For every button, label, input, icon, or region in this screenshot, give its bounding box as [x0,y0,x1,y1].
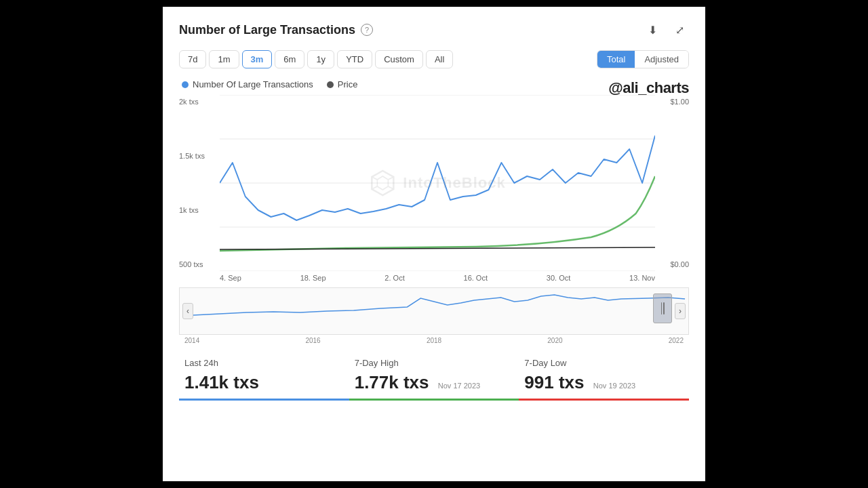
legend-item-transactions: Number Of Large Transactions [182,79,313,89]
download-button[interactable]: ⬇ [643,20,662,39]
time-btn-ytd[interactable]: YTD [337,50,372,68]
y-label-500: 500 txs [179,260,220,268]
x-axis: 4. Sep 18. Sep 2. Oct 16. Oct 30. Oct 13… [220,274,655,282]
y-axis-right: $1.00 $0.00 [655,95,689,271]
stat-7day-high-number: 1.77k txs [355,372,429,392]
mini-x-2014: 2014 [184,337,199,344]
x-label-4sep: 4. Sep [220,274,241,282]
stat-last24h: Last 24h 1.41k txs [179,358,349,401]
x-label-16oct: 16. Oct [464,274,488,282]
stat-7day-high-date: Nov 17 2023 [438,382,480,390]
y-label-2k: 2k txs [179,98,220,106]
range-handle[interactable] [653,293,672,323]
stat-7day-low-label: 7-Day Low [524,358,684,368]
y-label-1-5k: 1.5k txs [179,152,220,160]
y-label-1k: 1k txs [179,206,220,214]
mini-chart-svg [180,288,688,323]
mini-prev-btn[interactable]: ‹ [182,303,193,319]
stat-7day-high: 7-Day High 1.77k txs Nov 17 2023 [349,358,519,401]
chart-container: @ali_charts Number Of Large Transactions… [179,79,689,282]
legend-label-transactions: Number Of Large Transactions [193,79,313,89]
stat-7day-low-value: 991 txs Nov 19 2023 [524,372,684,393]
title-area: Number of Large Transactions ? [179,23,373,37]
time-btn-1y[interactable]: 1y [307,50,334,68]
stat-7day-high-label: 7-Day High [355,358,514,368]
stat-7day-low-date: Nov 19 2023 [593,382,635,390]
handle-line-1 [661,302,663,314]
header: Number of Large Transactions ? ⬇ ⤢ [179,20,689,39]
main-chart-svg [220,95,655,271]
legend-dot-price [327,81,334,88]
main-chart: 2k txs 1.5k txs 1k txs 500 txs $1.00 $0.… [179,95,689,271]
mini-x-2020: 2020 [547,337,562,344]
header-actions: ⬇ ⤢ [643,20,689,39]
expand-button[interactable]: ⤢ [670,20,689,39]
time-btn-1m[interactable]: 1m [209,50,239,68]
x-label-2oct: 2. Oct [384,274,404,282]
view-total-btn[interactable]: Total [597,51,635,68]
x-label-30oct: 30. Oct [547,274,570,282]
stat-last24h-label: Last 24h [184,358,344,368]
help-icon[interactable]: ? [361,24,373,36]
time-btn-7d[interactable]: 7d [179,50,206,68]
time-btn-3m[interactable]: 3m [242,50,273,68]
stat-7day-high-value: 1.77k txs Nov 17 2023 [355,372,514,393]
y-label-1usd: $1.00 [655,98,689,106]
time-btn-6m[interactable]: 6m [275,50,304,68]
mini-next-btn[interactable]: › [675,303,686,319]
time-btn-custom[interactable]: Custom [375,50,423,68]
stat-7day-low-number: 991 txs [524,372,584,392]
handle-line-2 [663,302,665,314]
mini-x-2018: 2018 [427,337,441,344]
time-controls: 7d 1m 3m 6m 1y YTD Custom All Total Adju… [179,50,689,68]
stats-row: Last 24h 1.41k txs 7-Day High 1.77k txs … [179,358,689,401]
x-label-13nov: 13. Nov [629,274,655,282]
view-toggle: Total Adjusted [597,50,689,68]
x-label-18sep: 18. Sep [300,274,326,282]
mini-x-2022: 2022 [669,337,684,344]
mini-x-2016: 2016 [305,337,320,344]
stat-last24h-value: 1.41k txs [184,372,344,393]
main-panel: Number of Large Transactions ? ⬇ ⤢ 7d 1m… [163,7,705,481]
view-adjusted-btn[interactable]: Adjusted [635,51,688,68]
time-btn-all[interactable]: All [426,50,453,68]
y-label-0usd: $0.00 [655,260,689,268]
page-title: Number of Large Transactions [179,23,355,37]
mini-chart[interactable]: ‹ › [179,287,689,335]
legend-dot-transactions [182,81,189,88]
chart-svg-area: IntoTheBlock [220,95,655,271]
y-axis-left: 2k txs 1.5k txs 1k txs 500 txs [179,95,220,271]
time-buttons: 7d 1m 3m 6m 1y YTD Custom All [179,50,453,68]
mini-x-axis: 2014 2016 2018 2020 2022 [179,337,689,344]
legend-item-price: Price [327,79,358,89]
legend-label-price: Price [338,79,358,89]
stat-7day-low: 7-Day Low 991 txs Nov 19 2023 [519,358,689,401]
